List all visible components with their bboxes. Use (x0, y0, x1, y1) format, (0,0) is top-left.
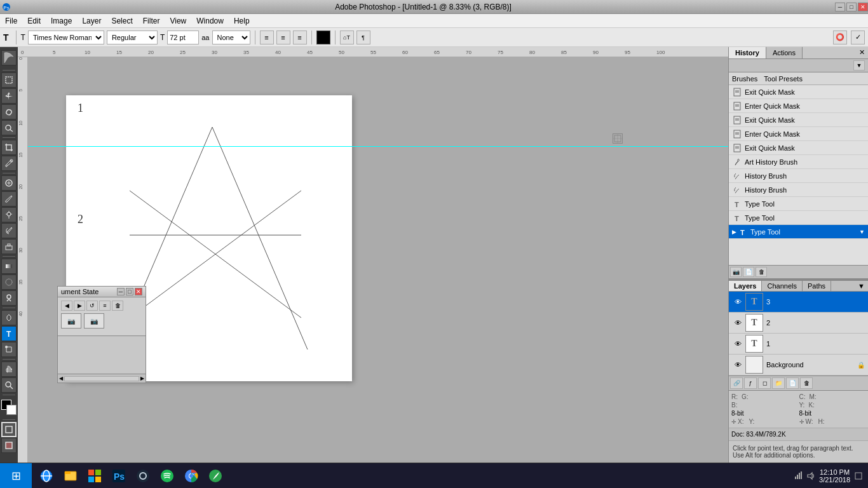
canvas-scroll[interactable]: 1 2 3 (28, 57, 728, 463)
character-panel-button[interactable]: ¶ (356, 30, 370, 44)
commit-text-button[interactable]: ✓ (851, 30, 865, 44)
snap-btn-2[interactable]: ▶ (74, 301, 85, 311)
marquee-tool[interactable] (1, 72, 17, 88)
create-new-doc-button[interactable]: 📄 (743, 267, 754, 277)
delete-history-button[interactable]: 🗑 (756, 267, 767, 277)
layer-visibility-2[interactable]: 👁 (732, 317, 743, 329)
align-center-button[interactable]: ≡ (276, 30, 290, 44)
history-item-1[interactable]: Exit Quick Mask (729, 85, 868, 99)
snapshot-restore[interactable]: □ (126, 288, 133, 295)
cancel-text-button[interactable]: ⭕ (833, 30, 847, 44)
tab-actions[interactable]: Actions (766, 47, 803, 58)
snap-btn-1[interactable]: ◀ (61, 301, 72, 311)
taskbar-steam[interactable] (132, 464, 154, 487)
taskbar-explorer[interactable] (59, 464, 82, 487)
taskbar-chrome[interactable] (180, 464, 203, 487)
layer-visibility-1[interactable]: 👁 (732, 338, 743, 349)
taskbar-spotify[interactable] (156, 464, 179, 487)
menu-window[interactable]: Window (191, 15, 229, 27)
quickmask-mode-button[interactable] (1, 438, 17, 453)
start-button[interactable]: ⊞ (0, 463, 32, 489)
history-item-11[interactable]: ▶ T Type Tool ▼ (729, 225, 868, 239)
quick-select-tool[interactable] (1, 120, 17, 135)
eyedropper-tool[interactable] (1, 156, 17, 171)
align-left-button[interactable]: ≡ (260, 30, 274, 44)
menu-file[interactable]: File (0, 15, 22, 27)
brushes-label[interactable]: Brushes (732, 75, 757, 83)
snap-icon-1[interactable]: 📷 (61, 313, 81, 329)
history-item-10[interactable]: T Type Tool (729, 211, 868, 225)
tab-layers[interactable]: Layers (729, 281, 762, 291)
snap-btn-3[interactable]: ↺ (86, 301, 98, 311)
tool-presets-label[interactable]: Tool Presets (764, 75, 803, 83)
history-item-7[interactable]: History Brush (729, 169, 868, 183)
snapshot-minimize[interactable]: ─ (117, 288, 125, 295)
new-layer-button[interactable]: 📄 (786, 377, 799, 389)
add-mask-button[interactable]: ◻ (758, 377, 771, 389)
move-tool[interactable] (1, 88, 17, 104)
history-item-6[interactable]: Art History Brush (729, 155, 868, 169)
snapshot-close[interactable]: ✕ (135, 288, 142, 295)
panel-menu-button[interactable]: ▼ (853, 60, 865, 71)
snap-btn-5[interactable]: 🗑 (112, 301, 123, 311)
taskbar-store[interactable] (83, 464, 106, 487)
brush-tool[interactable] (1, 191, 17, 207)
snap-scrollbar[interactable] (64, 376, 139, 381)
path-selection-tool[interactable] (1, 342, 17, 357)
history-item-2[interactable]: Enter Quick Mask (729, 99, 868, 113)
background-color[interactable] (6, 405, 17, 415)
snap-scroll-right[interactable]: ▶ (140, 376, 144, 381)
menu-view[interactable]: View (165, 15, 191, 27)
snapshot-scroll-area[interactable] (58, 336, 146, 374)
layers-panel-menu[interactable]: ▼ (855, 281, 868, 291)
crop-tool[interactable] (1, 140, 17, 155)
antialiasing-select[interactable]: None (212, 30, 250, 44)
font-style-select[interactable]: Regular (107, 30, 158, 44)
layer-item-1[interactable]: 👁 T 1 (729, 334, 868, 355)
hand-tool[interactable] (1, 362, 17, 377)
gradient-tool[interactable] (1, 259, 17, 274)
history-item-4[interactable]: Enter Quick Mask (729, 127, 868, 141)
menu-image[interactable]: Image (46, 15, 77, 27)
tab-channels[interactable]: Channels (762, 281, 802, 291)
history-item-8[interactable]: History Brush (729, 183, 868, 197)
history-item-3[interactable]: Exit Quick Mask (729, 113, 868, 127)
layer-visibility-3[interactable]: 👁 (732, 296, 743, 308)
restore-button[interactable]: □ (846, 3, 857, 11)
text-color-swatch[interactable] (316, 30, 330, 44)
history-item-9[interactable]: T Type Tool (729, 197, 868, 211)
panel-close-button[interactable]: ✕ (856, 47, 868, 58)
add-layer-style-button[interactable]: ƒ (744, 377, 757, 389)
menu-edit[interactable]: Edit (22, 15, 46, 27)
layer-item-2[interactable]: 👁 T 2 (729, 313, 868, 334)
snap-btn-4[interactable]: ≡ (99, 301, 111, 311)
layer-item-bg[interactable]: 👁 Background 🔒 (729, 355, 868, 376)
pen-tool[interactable] (1, 310, 17, 325)
align-right-button[interactable]: ≡ (293, 30, 307, 44)
menu-layer[interactable]: Layer (77, 15, 106, 27)
taskbar-ie[interactable] (35, 464, 58, 487)
tab-paths[interactable]: Paths (803, 281, 831, 291)
history-item-5[interactable]: Exit Quick Mask (729, 141, 868, 155)
type-orientation-icon[interactable]: T (3, 32, 9, 43)
new-group-button[interactable]: 📁 (772, 377, 785, 389)
new-snapshot-button[interactable]: 📷 (730, 267, 742, 277)
delete-layer-button[interactable]: 🗑 (800, 377, 813, 389)
tab-history[interactable]: History (729, 47, 766, 58)
clone-stamp-tool[interactable] (1, 207, 17, 222)
lasso-tool[interactable] (1, 104, 17, 119)
layer-item-3[interactable]: 👁 T 3 (729, 292, 868, 313)
minimize-button[interactable]: ─ (835, 3, 845, 11)
healing-brush-tool[interactable] (1, 175, 17, 191)
taskbar-ps[interactable]: Ps (107, 464, 130, 487)
history-brush-tool[interactable] (1, 223, 17, 238)
dodge-tool[interactable] (1, 290, 17, 306)
link-layers-button[interactable]: 🔗 (730, 377, 743, 389)
font-size-input[interactable] (167, 30, 199, 44)
blur-tool[interactable] (1, 274, 17, 290)
menu-filter[interactable]: Filter (138, 15, 165, 27)
warp-text-button[interactable]: ⌂T (340, 30, 354, 44)
snap-icon-2[interactable]: 📷 (84, 313, 104, 329)
type-tool[interactable]: T (1, 326, 17, 341)
color-swatches[interactable] (1, 400, 17, 415)
